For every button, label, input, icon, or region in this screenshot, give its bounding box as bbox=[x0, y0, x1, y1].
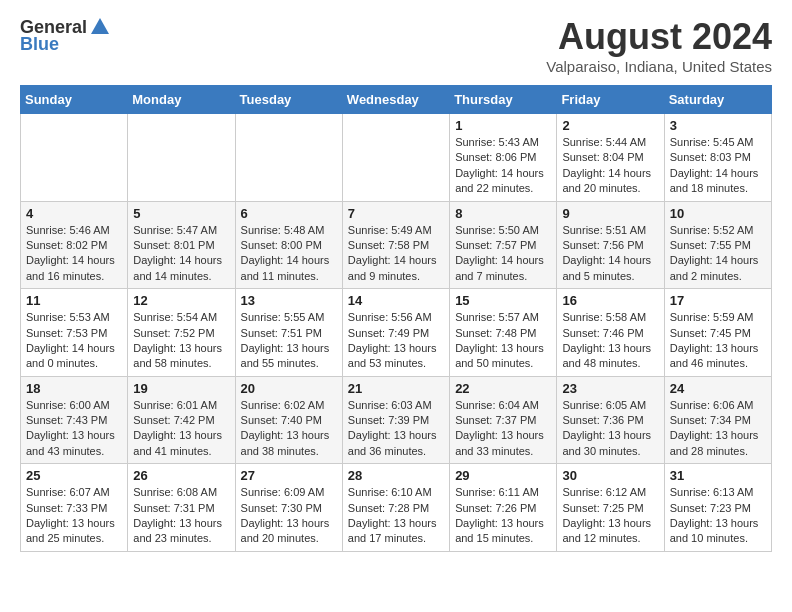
main-title: August 2024 bbox=[546, 16, 772, 58]
day-number: 29 bbox=[455, 468, 551, 483]
daylight-text: Daylight: 13 hours and 55 minutes. bbox=[241, 341, 337, 372]
sunset-text: Sunset: 8:01 PM bbox=[133, 238, 229, 253]
weekday-header-wednesday: Wednesday bbox=[342, 86, 449, 114]
day-cell-5: 5Sunrise: 5:47 AMSunset: 8:01 PMDaylight… bbox=[128, 201, 235, 289]
daylight-text: Daylight: 13 hours and 25 minutes. bbox=[26, 516, 122, 547]
subtitle: Valparaiso, Indiana, United States bbox=[546, 58, 772, 75]
day-number: 26 bbox=[133, 468, 229, 483]
day-cell-29: 29Sunrise: 6:11 AMSunset: 7:26 PMDayligh… bbox=[450, 464, 557, 552]
sunrise-text: Sunrise: 5:47 AM bbox=[133, 223, 229, 238]
day-cell-19: 19Sunrise: 6:01 AMSunset: 7:42 PMDayligh… bbox=[128, 376, 235, 464]
sunset-text: Sunset: 7:37 PM bbox=[455, 413, 551, 428]
sunset-text: Sunset: 7:48 PM bbox=[455, 326, 551, 341]
day-info: Sunrise: 5:46 AMSunset: 8:02 PMDaylight:… bbox=[26, 223, 122, 285]
title-area: August 2024 Valparaiso, Indiana, United … bbox=[546, 16, 772, 75]
daylight-text: Daylight: 13 hours and 41 minutes. bbox=[133, 428, 229, 459]
week-row-5: 25Sunrise: 6:07 AMSunset: 7:33 PMDayligh… bbox=[21, 464, 772, 552]
day-number: 3 bbox=[670, 118, 766, 133]
daylight-text: Daylight: 13 hours and 36 minutes. bbox=[348, 428, 444, 459]
daylight-text: Daylight: 13 hours and 48 minutes. bbox=[562, 341, 658, 372]
sunrise-text: Sunrise: 6:01 AM bbox=[133, 398, 229, 413]
day-number: 23 bbox=[562, 381, 658, 396]
sunrise-text: Sunrise: 5:59 AM bbox=[670, 310, 766, 325]
day-cell-12: 12Sunrise: 5:54 AMSunset: 7:52 PMDayligh… bbox=[128, 289, 235, 377]
daylight-text: Daylight: 13 hours and 15 minutes. bbox=[455, 516, 551, 547]
daylight-text: Daylight: 14 hours and 22 minutes. bbox=[455, 166, 551, 197]
day-cell-1: 1Sunrise: 5:43 AMSunset: 8:06 PMDaylight… bbox=[450, 114, 557, 202]
day-number: 13 bbox=[241, 293, 337, 308]
day-cell-23: 23Sunrise: 6:05 AMSunset: 7:36 PMDayligh… bbox=[557, 376, 664, 464]
day-number: 14 bbox=[348, 293, 444, 308]
sunrise-text: Sunrise: 5:56 AM bbox=[348, 310, 444, 325]
day-number: 20 bbox=[241, 381, 337, 396]
sunrise-text: Sunrise: 6:08 AM bbox=[133, 485, 229, 500]
day-cell-13: 13Sunrise: 5:55 AMSunset: 7:51 PMDayligh… bbox=[235, 289, 342, 377]
day-number: 25 bbox=[26, 468, 122, 483]
day-info: Sunrise: 6:11 AMSunset: 7:26 PMDaylight:… bbox=[455, 485, 551, 547]
day-cell-10: 10Sunrise: 5:52 AMSunset: 7:55 PMDayligh… bbox=[664, 201, 771, 289]
day-number: 17 bbox=[670, 293, 766, 308]
daylight-text: Daylight: 14 hours and 5 minutes. bbox=[562, 253, 658, 284]
day-info: Sunrise: 6:08 AMSunset: 7:31 PMDaylight:… bbox=[133, 485, 229, 547]
day-number: 11 bbox=[26, 293, 122, 308]
day-cell-30: 30Sunrise: 6:12 AMSunset: 7:25 PMDayligh… bbox=[557, 464, 664, 552]
sunrise-text: Sunrise: 5:55 AM bbox=[241, 310, 337, 325]
daylight-text: Daylight: 13 hours and 17 minutes. bbox=[348, 516, 444, 547]
day-info: Sunrise: 5:57 AMSunset: 7:48 PMDaylight:… bbox=[455, 310, 551, 372]
sunset-text: Sunset: 7:51 PM bbox=[241, 326, 337, 341]
sunset-text: Sunset: 8:00 PM bbox=[241, 238, 337, 253]
daylight-text: Daylight: 14 hours and 20 minutes. bbox=[562, 166, 658, 197]
sunset-text: Sunset: 7:28 PM bbox=[348, 501, 444, 516]
day-cell-21: 21Sunrise: 6:03 AMSunset: 7:39 PMDayligh… bbox=[342, 376, 449, 464]
day-number: 5 bbox=[133, 206, 229, 221]
sunrise-text: Sunrise: 5:43 AM bbox=[455, 135, 551, 150]
sunset-text: Sunset: 7:26 PM bbox=[455, 501, 551, 516]
sunrise-text: Sunrise: 6:02 AM bbox=[241, 398, 337, 413]
sunrise-text: Sunrise: 5:45 AM bbox=[670, 135, 766, 150]
sunset-text: Sunset: 8:02 PM bbox=[26, 238, 122, 253]
sunset-text: Sunset: 7:53 PM bbox=[26, 326, 122, 341]
day-info: Sunrise: 5:49 AMSunset: 7:58 PMDaylight:… bbox=[348, 223, 444, 285]
day-info: Sunrise: 5:58 AMSunset: 7:46 PMDaylight:… bbox=[562, 310, 658, 372]
day-cell-28: 28Sunrise: 6:10 AMSunset: 7:28 PMDayligh… bbox=[342, 464, 449, 552]
sunrise-text: Sunrise: 6:12 AM bbox=[562, 485, 658, 500]
day-info: Sunrise: 5:48 AMSunset: 8:00 PMDaylight:… bbox=[241, 223, 337, 285]
logo-icon bbox=[89, 16, 111, 38]
daylight-text: Daylight: 14 hours and 0 minutes. bbox=[26, 341, 122, 372]
sunset-text: Sunset: 7:42 PM bbox=[133, 413, 229, 428]
day-cell-16: 16Sunrise: 5:58 AMSunset: 7:46 PMDayligh… bbox=[557, 289, 664, 377]
daylight-text: Daylight: 13 hours and 43 minutes. bbox=[26, 428, 122, 459]
sunset-text: Sunset: 7:30 PM bbox=[241, 501, 337, 516]
day-cell-31: 31Sunrise: 6:13 AMSunset: 7:23 PMDayligh… bbox=[664, 464, 771, 552]
sunset-text: Sunset: 7:36 PM bbox=[562, 413, 658, 428]
daylight-text: Daylight: 13 hours and 58 minutes. bbox=[133, 341, 229, 372]
sunset-text: Sunset: 7:55 PM bbox=[670, 238, 766, 253]
sunset-text: Sunset: 7:31 PM bbox=[133, 501, 229, 516]
daylight-text: Daylight: 13 hours and 30 minutes. bbox=[562, 428, 658, 459]
sunrise-text: Sunrise: 5:48 AM bbox=[241, 223, 337, 238]
sunrise-text: Sunrise: 6:05 AM bbox=[562, 398, 658, 413]
day-info: Sunrise: 5:59 AMSunset: 7:45 PMDaylight:… bbox=[670, 310, 766, 372]
sunrise-text: Sunrise: 6:11 AM bbox=[455, 485, 551, 500]
sunset-text: Sunset: 7:57 PM bbox=[455, 238, 551, 253]
daylight-text: Daylight: 14 hours and 11 minutes. bbox=[241, 253, 337, 284]
day-number: 1 bbox=[455, 118, 551, 133]
day-number: 18 bbox=[26, 381, 122, 396]
day-cell-26: 26Sunrise: 6:08 AMSunset: 7:31 PMDayligh… bbox=[128, 464, 235, 552]
svg-marker-0 bbox=[91, 18, 109, 34]
day-cell-3: 3Sunrise: 5:45 AMSunset: 8:03 PMDaylight… bbox=[664, 114, 771, 202]
day-number: 9 bbox=[562, 206, 658, 221]
day-info: Sunrise: 5:56 AMSunset: 7:49 PMDaylight:… bbox=[348, 310, 444, 372]
sunset-text: Sunset: 8:03 PM bbox=[670, 150, 766, 165]
sunrise-text: Sunrise: 5:54 AM bbox=[133, 310, 229, 325]
sunset-text: Sunset: 7:23 PM bbox=[670, 501, 766, 516]
sunrise-text: Sunrise: 5:52 AM bbox=[670, 223, 766, 238]
day-info: Sunrise: 5:52 AMSunset: 7:55 PMDaylight:… bbox=[670, 223, 766, 285]
day-number: 28 bbox=[348, 468, 444, 483]
day-info: Sunrise: 5:47 AMSunset: 8:01 PMDaylight:… bbox=[133, 223, 229, 285]
daylight-text: Daylight: 14 hours and 7 minutes. bbox=[455, 253, 551, 284]
logo-blue-text: Blue bbox=[20, 34, 59, 55]
daylight-text: Daylight: 14 hours and 2 minutes. bbox=[670, 253, 766, 284]
sunset-text: Sunset: 8:04 PM bbox=[562, 150, 658, 165]
day-info: Sunrise: 6:01 AMSunset: 7:42 PMDaylight:… bbox=[133, 398, 229, 460]
